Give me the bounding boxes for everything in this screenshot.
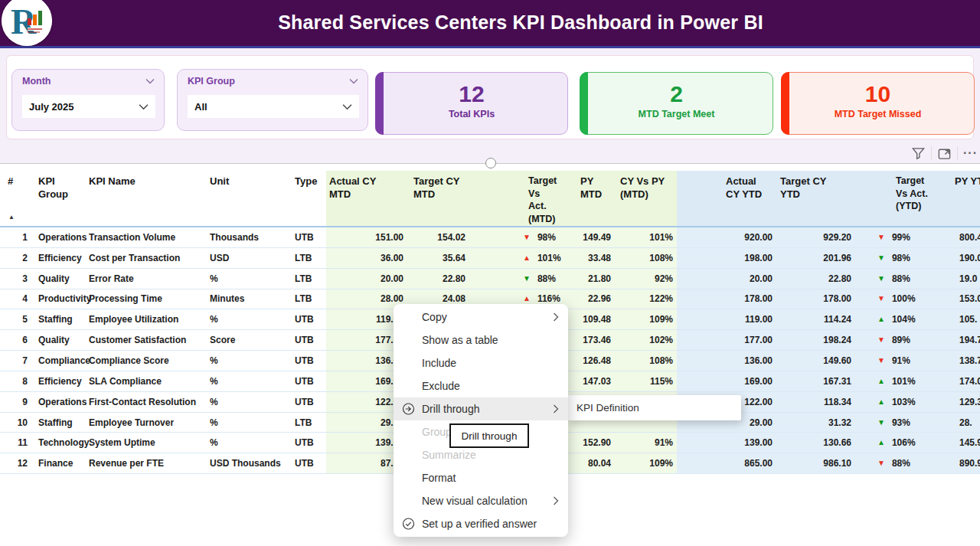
filter-icon[interactable]	[911, 146, 926, 161]
table-cell-cy_py_mtd: 109%	[614, 309, 677, 329]
month-slicer[interactable]: Month July 2025	[11, 69, 165, 131]
table-cell-py_mtd: 109.48	[570, 309, 614, 329]
table-cell-n: 10	[6, 413, 32, 433]
cell-value: 103%	[892, 397, 916, 407]
table-cell-tva_ytd: ▼93%	[858, 413, 949, 433]
kpi-group-slicer[interactable]: KPI Group All	[177, 69, 368, 131]
context-menu-item-set-up-a-verified-answer[interactable]: Set up a verified answer	[394, 512, 568, 535]
context-menu-item-label: Show as a table	[422, 334, 498, 346]
context-menu-item-label: Drill through	[422, 403, 479, 415]
table-cell-py_ytd: 890.9	[949, 453, 980, 473]
kpi-group-dropdown[interactable]: All	[188, 95, 359, 118]
trend-arrow-icon: ▲	[877, 439, 885, 446]
table-cell-cy_py_mtd: 108%	[614, 248, 677, 268]
chevron-down-icon[interactable]	[349, 78, 358, 84]
column-header-type[interactable]: Type	[288, 171, 326, 226]
column-header-unit[interactable]: Unit	[208, 171, 288, 226]
table-cell-group: Staffing	[32, 309, 87, 329]
table-cell-target_ytd: 178.00	[776, 289, 858, 309]
table-cell-n: 6	[6, 330, 32, 350]
chevron-down-icon[interactable]	[342, 103, 352, 110]
month-dropdown[interactable]: July 2025	[22, 95, 155, 118]
table-cell-cy_py_mtd: 102%	[614, 330, 677, 350]
context-menu-item-include[interactable]: Include	[394, 351, 568, 374]
table-cell-py_ytd: 174.0	[949, 371, 980, 391]
table-cell-n: 11	[6, 433, 32, 453]
column-header-py_ytd[interactable]: PY YTD	[949, 171, 980, 226]
kpi-card-mtd-target-meet[interactable]: 2MTD Target Meet	[580, 72, 773, 135]
table-cell-py_ytd: 28.	[949, 413, 980, 433]
table-row[interactable]: 1OperationsTransaction VolumeThousandsUT…	[0, 227, 980, 248]
chevron-down-icon[interactable]	[145, 78, 155, 84]
column-header-actual_mtd[interactable]: Actual CY MTD	[326, 171, 408, 226]
table-row[interactable]: 2EfficiencyCost per TransactionUSDLTB36.…	[0, 248, 980, 269]
table-cell-target_ytd: 22.80	[776, 269, 858, 289]
context-menu-item-show-as-a-table[interactable]: Show as a table	[394, 329, 568, 351]
table-cell-actual_ytd: 139.00	[677, 433, 776, 453]
kpi-card-total-kpis[interactable]: 12Total KPIs	[375, 72, 568, 135]
context-menu-item-format[interactable]: Format	[394, 466, 568, 489]
column-header-name[interactable]: KPI Name	[87, 171, 208, 226]
page-title: Shared Services Centers KPI Dashboard in…	[61, 11, 980, 34]
context-menu-item-copy[interactable]: Copy	[394, 306, 568, 329]
column-header-py_mtd[interactable]: PY MTD	[570, 171, 614, 226]
trend-arrow-icon: ▼	[877, 275, 885, 283]
column-header-target_ytd[interactable]: Target CY YTD	[776, 171, 858, 226]
trend-arrow-icon: ▼	[523, 234, 531, 241]
column-header-n[interactable]: #▲	[6, 171, 32, 226]
table-cell-group: Finance	[32, 453, 87, 473]
table-cell-unit: USD Thousands	[208, 453, 288, 473]
cell-value: 99%	[892, 232, 910, 243]
table-cell-group: Compliance	[32, 351, 87, 371]
table-cell-name: Transaction Volume	[87, 227, 208, 247]
kpi-group-slicer-header[interactable]: KPI Group	[178, 70, 368, 88]
table-cell-unit: %	[208, 413, 288, 433]
column-header-tva_mtd[interactable]: Target Vs Act. (MTD)	[481, 171, 570, 226]
table-cell-cy_py_mtd: 92%	[614, 269, 677, 289]
table-cell-tva_ytd: ▼99%	[858, 227, 949, 247]
table-row[interactable]: 3QualityError Rate%LTB20.0022.80▼88%21.8…	[0, 269, 980, 289]
context-menu-item-new-visual-calculation[interactable]: New visual calculation	[394, 489, 568, 512]
table-cell-n: 5	[6, 309, 32, 329]
context-menu-item-label: Copy	[422, 311, 447, 323]
more-options-icon[interactable]: ···	[963, 149, 978, 157]
context-menu-item-exclude[interactable]: Exclude	[394, 374, 568, 397]
table-cell-target_ytd: 201.96	[776, 248, 858, 268]
table-cell-cy_py_mtd: 91%	[614, 433, 677, 453]
column-header-group[interactable]: KPI Group	[32, 171, 87, 226]
table-cell-name: Processing Time	[87, 289, 208, 309]
kpi-group-dropdown-value: All	[194, 101, 207, 113]
column-header-cy_py_mtd[interactable]: CY Vs PY (MTD)	[614, 171, 677, 226]
table-cell-n: 3	[6, 269, 32, 289]
month-slicer-header[interactable]: Month	[12, 70, 164, 88]
column-header-target_mtd[interactable]: Target CY MTD	[408, 171, 481, 226]
cell-value: 104%	[892, 314, 916, 325]
cell-value: 88%	[537, 273, 556, 284]
table-cell-type: UTB	[288, 227, 326, 247]
table-cell-group: Technology	[32, 433, 87, 453]
chevron-down-icon[interactable]	[139, 103, 149, 110]
table-cell-actual_ytd: 169.00	[677, 371, 776, 391]
kpi-card-mtd-target-missed[interactable]: 10MTD Target Missed	[781, 72, 975, 135]
table-cell-tva_ytd: ▼88%	[858, 269, 949, 289]
cell-value: 100%	[892, 293, 916, 304]
focus-mode-icon[interactable]	[937, 146, 952, 161]
cell-value: 98%	[537, 232, 556, 243]
table-cell-tva_ytd: ▼89%	[858, 330, 949, 350]
table-cell-py_ytd: 145.9	[949, 433, 980, 453]
table-cell-name: Revenue per FTE	[87, 453, 208, 473]
submenu-item-kpi-definition[interactable]: KPI Definition	[577, 402, 639, 414]
table-cell-py_ytd: 129.3	[949, 392, 980, 412]
column-header-actual_ytd[interactable]: Actual CY YTD	[677, 171, 776, 226]
table-cell-actual_ytd: 198.00	[677, 248, 776, 268]
table-cell-cy_py_mtd: 108%	[614, 351, 677, 371]
table-cell-group: Operations	[32, 392, 87, 412]
table-cell-tva_mtd: ▼98%	[481, 227, 570, 247]
column-header-tva_ytd[interactable]: Target Vs Act. (YTD)	[858, 171, 949, 226]
cell-value: 88%	[892, 273, 910, 284]
context-menu-item-drill-through[interactable]: Drill through	[394, 397, 568, 420]
trend-arrow-icon: ▼	[523, 275, 531, 283]
divider-handle[interactable]	[485, 158, 496, 168]
table-cell-group: Staffing	[32, 413, 87, 433]
table-cell-actual_mtd: 36.00	[326, 248, 408, 268]
